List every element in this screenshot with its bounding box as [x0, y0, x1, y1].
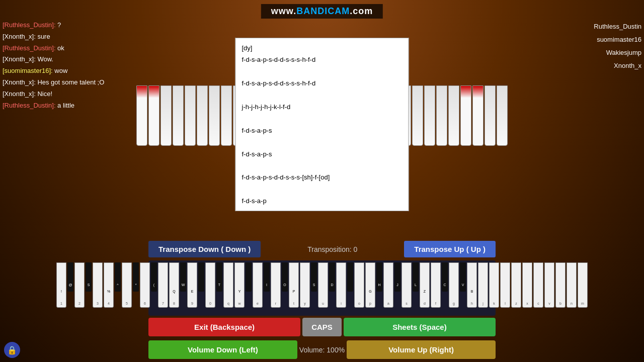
- sheet-line: [242, 66, 403, 77]
- key-b[interactable]: b: [555, 262, 566, 308]
- volume-row: Volume Down (Left) Volume: 100% Volume U…: [148, 338, 496, 362]
- key-3[interactable]: 3: [93, 262, 103, 308]
- key-black-11[interactable]: O: [282, 262, 288, 292]
- key-black-15[interactable]: H: [376, 262, 382, 292]
- transposition-label: Transposition: 0: [307, 245, 357, 253]
- key-e[interactable]: e: [253, 262, 263, 308]
- key-4[interactable]: %4: [104, 262, 114, 308]
- key-n[interactable]: n: [567, 262, 577, 308]
- volume-label: Volume: 100%: [299, 346, 345, 354]
- key-6[interactable]: 6: [140, 262, 150, 308]
- bandicam-watermark: www.BANDICAM.com: [261, 4, 383, 19]
- key-a[interactable]: a: [383, 262, 393, 308]
- key-l[interactable]: l: [500, 262, 510, 308]
- chat-overlay: [Ruthless_Dustin]: ? [Xnonth_x]: sure [R…: [3, 20, 143, 112]
- chat-line: [Xnonth_x]: Nice!: [3, 89, 143, 100]
- sheet-line: j-h-j-h-j-h-j-k-l-f-d: [242, 101, 403, 113]
- volume-down-button[interactable]: Volume Down (Left): [148, 340, 297, 359]
- key-m[interactable]: m: [578, 262, 588, 308]
- key-s[interactable]: s: [401, 262, 412, 308]
- caps-button[interactable]: CAPS: [302, 318, 342, 336]
- key-black-7[interactable]: [198, 262, 204, 292]
- players-list: Ruthless_Dustin suomimaster16 Wakiesjump…: [561, 20, 641, 72]
- key-8[interactable]: Q8: [169, 262, 179, 308]
- keyboard-container: !1 @ 2 S 3 %4 ^ 5 * 6 ( 7 Q8 W E9 0 T q …: [148, 260, 496, 316]
- chat-line: [Xnonth_x]: Hes got some talent ;O: [3, 77, 143, 88]
- key-p[interactable]: Gp: [365, 262, 375, 308]
- key-black-13[interactable]: D: [329, 262, 335, 292]
- key-black-2[interactable]: S: [86, 262, 92, 292]
- key-q[interactable]: q: [223, 262, 233, 308]
- player-item: Ruthless_Dustin: [561, 20, 641, 33]
- sheet-line: f-d-s-a-p-s: [242, 125, 403, 136]
- player-item: suomimaster16: [561, 33, 641, 46]
- chat-line: [Ruthless_Dustin]: a little: [3, 101, 143, 111]
- key-j[interactable]: j: [478, 262, 488, 308]
- keys-row-upper: !1 @ 2 S 3 %4 ^ 5 * 6 ( 7 Q8 W E9 0 T q …: [149, 262, 495, 313]
- key-d[interactable]: Zd: [420, 262, 430, 308]
- key-r[interactable]: r: [271, 262, 281, 308]
- key-black-16[interactable]: J: [394, 262, 400, 292]
- sheet-panel: [dy] f-d-s-a-p-s-d-d-s-s-s-h-f-d f-d-s-a…: [235, 38, 409, 211]
- chat-line: [Xnonth_x]: sure: [3, 32, 143, 42]
- key-black-5[interactable]: (: [151, 262, 157, 292]
- exit-button[interactable]: Exit (Backspace): [148, 318, 300, 336]
- sheet-line: [242, 160, 403, 171]
- key-0[interactable]: 0: [205, 262, 215, 308]
- sheet-line: f-d-s-a-p-s-d-d-s-s-s-h-f-d: [242, 54, 403, 65]
- key-black-8[interactable]: T: [216, 262, 222, 292]
- key-black-4[interactable]: *: [133, 262, 139, 292]
- volume-up-button[interactable]: Volume Up (Right): [347, 340, 496, 359]
- chat-line: [suomimaster16]: wow: [3, 66, 143, 76]
- transpose-down-button[interactable]: Transpose Down ( Down ): [148, 241, 261, 257]
- key-black-6[interactable]: W: [180, 262, 186, 292]
- key-black-19[interactable]: V: [460, 262, 466, 292]
- transpose-up-button[interactable]: Transpose Up ( Up ): [404, 241, 496, 257]
- sheet-line: [242, 113, 403, 124]
- key-5[interactable]: 5: [122, 262, 132, 308]
- key-black-10[interactable]: I: [264, 262, 270, 292]
- key-1[interactable]: !1: [56, 262, 66, 308]
- key-y[interactable]: y: [300, 262, 310, 308]
- key-black-14[interactable]: [347, 262, 353, 292]
- chat-line: [Xnonth_x]: Wow.: [3, 54, 143, 65]
- sheet-line: f-d-s-a-p-s-d-d-s-s-s-h-f-d: [242, 77, 403, 89]
- chat-line: [Ruthless_Dustin]: ok: [3, 43, 143, 54]
- key-black-3[interactable]: ^: [115, 262, 121, 292]
- key-c[interactable]: c: [533, 262, 543, 308]
- sheet-line: f-d-s-a-p-s-d-d-s-s-s-[sh]-f-[od]: [242, 171, 403, 183]
- player-item: Xnonth_x: [561, 59, 641, 72]
- sheet-line: [dy]: [242, 42, 403, 54]
- key-v[interactable]: v: [544, 262, 554, 308]
- transpose-row: Transpose Down ( Down ) Transposition: 0…: [148, 238, 496, 260]
- key-g[interactable]: g: [449, 262, 459, 308]
- sheet-line: [242, 136, 403, 148]
- key-black-18[interactable]: C: [442, 262, 448, 292]
- key-black-12[interactable]: S: [311, 262, 317, 292]
- lock-icon[interactable]: 🔒: [4, 342, 20, 358]
- key-u[interactable]: u: [318, 262, 328, 308]
- key-black-1[interactable]: @: [67, 262, 73, 292]
- bottom-buttons-row: Exit (Backspace) CAPS Sheets (Space): [148, 316, 496, 338]
- key-i[interactable]: i: [336, 262, 346, 308]
- sheets-button[interactable]: Sheets (Space): [344, 318, 496, 336]
- key-black-9[interactable]: [246, 262, 252, 292]
- sheet-line: [242, 184, 403, 195]
- key-black-17[interactable]: L: [413, 262, 419, 292]
- key-7[interactable]: 7: [158, 262, 168, 308]
- key-o[interactable]: o: [354, 262, 364, 308]
- key-2[interactable]: 2: [74, 262, 85, 308]
- key-t[interactable]: Pt: [289, 262, 299, 308]
- key-w[interactable]: Yw: [234, 262, 245, 308]
- key-9[interactable]: E9: [187, 262, 197, 308]
- bandicam-brand: BANDICAM: [296, 6, 350, 16]
- key-k[interactable]: k: [489, 262, 499, 308]
- key-x[interactable]: x: [522, 262, 532, 308]
- key-z[interactable]: z: [511, 262, 521, 308]
- sheet-line: f-d-s-a-p: [242, 195, 403, 207]
- piano-controls: Transpose Down ( Down ) Transposition: 0…: [148, 238, 496, 362]
- player-item: Wakiesjump: [561, 46, 641, 59]
- sheet-line: [242, 89, 403, 101]
- key-h[interactable]: Bh: [467, 262, 477, 308]
- key-f[interactable]: f: [431, 262, 441, 308]
